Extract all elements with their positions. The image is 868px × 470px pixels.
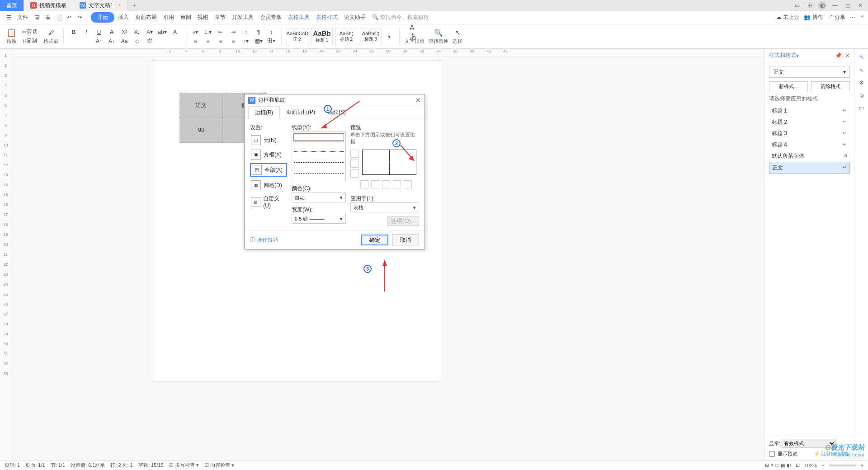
style-h1[interactable]: AaBb标题 1: [311, 28, 333, 45]
status-spellcheck[interactable]: ☑ 拼写检查 ▾: [169, 462, 199, 469]
change-case-btn[interactable]: Aa: [119, 37, 129, 46]
superscript-btn[interactable]: X²: [119, 28, 129, 37]
style-item-default[interactable]: 默认段落字体a: [769, 150, 850, 162]
setting-grid[interactable]: ▦网格(D): [250, 179, 287, 191]
style-normal[interactable]: AaBbCcD正文: [287, 28, 308, 45]
style-item-h1[interactable]: 标题 1↵: [769, 105, 850, 117]
font-box-btn[interactable]: A̲: [170, 28, 180, 37]
menu-icon[interactable]: ☰: [4, 13, 14, 22]
redo-icon[interactable]: ↷: [75, 13, 85, 22]
current-style-select[interactable]: 正文▾: [769, 66, 850, 78]
marks-btn[interactable]: ¶: [254, 28, 264, 37]
tool-settings-icon[interactable]: ⚙: [859, 80, 864, 86]
tips-link[interactable]: ⓘ 操作技巧: [250, 236, 278, 244]
line-dashed[interactable]: [294, 155, 344, 163]
subscript-btn[interactable]: X₂: [132, 28, 142, 37]
tab-doc1[interactable]: W 文字文稿1: [73, 0, 127, 11]
print-icon[interactable]: 🖶: [42, 13, 52, 22]
minimize-icon[interactable]: —: [831, 1, 839, 9]
color-combo[interactable]: 自动▾: [292, 193, 346, 202]
borders-toolbar-btn[interactable]: 田▾: [266, 37, 276, 46]
menu-table-tools[interactable]: 表格工具: [285, 12, 312, 23]
menu-thesis[interactable]: 论文助手: [341, 12, 368, 23]
font-shrink-btn[interactable]: A↓: [107, 37, 117, 46]
ok-button[interactable]: 确定: [361, 235, 388, 245]
strike-btn[interactable]: A̶: [107, 28, 117, 37]
preview-icon[interactable]: 📄: [53, 13, 63, 22]
setting-custom[interactable]: ▤自定义(U): [250, 194, 287, 210]
menu-devtools[interactable]: 开发工具: [229, 12, 256, 23]
bold-btn[interactable]: B: [69, 28, 79, 37]
collab-btn[interactable]: 👥 协作: [804, 14, 823, 21]
maximize-icon[interactable]: ◻: [844, 1, 852, 9]
fit-icon[interactable]: ⊡: [796, 462, 800, 468]
font-color-btn[interactable]: A▾: [145, 28, 155, 37]
command-search[interactable]: 🔍 查找命令、搜索模板: [369, 12, 432, 23]
phonetic-btn[interactable]: 拼: [145, 37, 155, 46]
style-h2[interactable]: AaBb(标题 2: [335, 28, 357, 45]
line-type-list[interactable]: [292, 132, 346, 181]
pin-icon[interactable]: 📌: [835, 52, 842, 59]
align-justify-btn[interactable]: ≡: [228, 37, 238, 46]
style-h3[interactable]: AaBbC(标题 3: [360, 28, 382, 45]
line-spacing-btn[interactable]: ↕▾: [241, 37, 251, 46]
menu-page-layout[interactable]: 页面布局: [132, 12, 160, 23]
align-left-btn[interactable]: ≡: [190, 37, 200, 46]
border-diag2-btn[interactable]: [404, 180, 412, 188]
tool-book-icon[interactable]: ▭: [859, 105, 864, 111]
find-replace-icon[interactable]: 🔍: [434, 28, 443, 37]
numbering-btn[interactable]: 1.▾: [203, 28, 213, 37]
width-combo[interactable]: 0.5 磅 ———▾: [292, 214, 346, 224]
panel-close-icon[interactable]: ✕: [845, 52, 850, 59]
italic-btn[interactable]: I: [81, 28, 91, 37]
table-cell[interactable]: 98: [180, 118, 223, 143]
tab-templates[interactable]: D 找稻壳模板: [24, 0, 73, 11]
line-dotted[interactable]: [294, 145, 344, 152]
bullets-btn[interactable]: ≡▾: [190, 28, 200, 37]
zoom-slider[interactable]: [829, 465, 856, 466]
clear-format-btn[interactable]: 清除格式: [811, 81, 850, 91]
line-dashdotdot[interactable]: [294, 177, 344, 181]
share-btn[interactable]: ↗ 分享: [828, 14, 845, 21]
styles-more[interactable]: ▾: [384, 32, 394, 41]
menu-review[interactable]: 审阅: [178, 12, 194, 23]
style-item-normal[interactable]: 正文↵: [769, 162, 850, 174]
align-right-btn[interactable]: ≡: [216, 37, 226, 46]
outdent-btn[interactable]: ⇤: [216, 28, 226, 37]
zoom-out[interactable]: −: [821, 463, 824, 468]
grid-icon[interactable]: ⊞: [806, 1, 814, 9]
dialog-tab-page-border[interactable]: 页面边框(P): [280, 106, 321, 119]
menu-view[interactable]: 视图: [195, 12, 211, 23]
tab-add[interactable]: +: [127, 1, 141, 9]
status-contentcheck[interactable]: ☑ 内容检查 ▾: [204, 462, 234, 469]
border-hmid-btn[interactable]: [350, 160, 359, 168]
menu-start[interactable]: 开始: [91, 12, 114, 23]
align-center-btn[interactable]: ≡: [203, 37, 213, 46]
view-mode-icons[interactable]: ⊞ ≡ ▭ ▦ ◐: [765, 462, 791, 468]
paste-icon[interactable]: 📋: [6, 28, 16, 37]
tool-cursor-icon[interactable]: ↖: [859, 67, 864, 73]
spacing-btn[interactable]: ↨: [266, 28, 276, 37]
preview-checkbox[interactable]: [769, 451, 775, 457]
highlight-btn[interactable]: ab▾: [157, 28, 167, 37]
sort-btn[interactable]: ↕: [241, 28, 251, 37]
border-right-btn[interactable]: [393, 180, 401, 188]
table-cell[interactable]: 语文: [180, 93, 223, 118]
save-icon[interactable]: 🖫: [32, 13, 42, 22]
border-vmid-btn[interactable]: [382, 180, 390, 188]
menu-table-style[interactable]: 表格样式: [313, 12, 340, 23]
user-icon[interactable]: ◐: [818, 1, 826, 9]
cloud-status[interactable]: ☁ 未上云: [776, 14, 799, 21]
select-icon[interactable]: ↖: [453, 28, 462, 37]
shading-btn[interactable]: ▦▾: [254, 37, 264, 46]
format-painter-icon[interactable]: 🖌: [46, 28, 56, 37]
style-item-h2[interactable]: 标题 2↵: [769, 117, 850, 128]
tool-location-icon[interactable]: ◎: [859, 92, 864, 99]
menu-insert[interactable]: 插入: [115, 12, 132, 23]
line-solid[interactable]: [294, 134, 344, 141]
menu-reference[interactable]: 引用: [160, 12, 177, 23]
dialog-tab-border[interactable]: 边框(B): [248, 106, 280, 119]
tool-pencil-icon[interactable]: ✎: [859, 54, 864, 61]
menu-vip[interactable]: 会员专享: [257, 12, 284, 23]
border-diag1-btn[interactable]: [360, 180, 368, 188]
